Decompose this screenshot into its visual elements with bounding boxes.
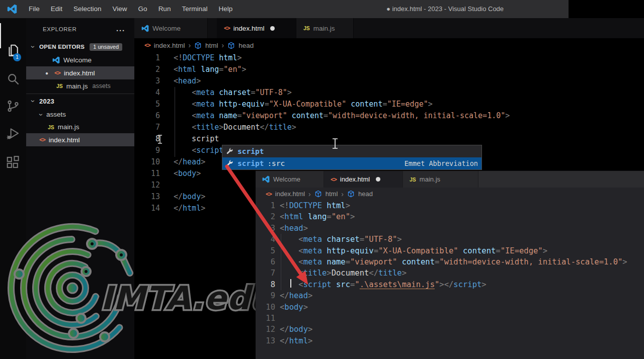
- menu-edit[interactable]: Edit: [45, 0, 68, 18]
- breadcrumb-head[interactable]: head: [358, 190, 373, 198]
- breadcrumb-separator: ›: [341, 190, 344, 198]
- tree-root-2023[interactable]: › 2023: [26, 95, 134, 107]
- code-line: 12</body>: [256, 324, 627, 335]
- symbol-cube-icon: [227, 42, 235, 49]
- breadcrumb-html[interactable]: html: [326, 190, 338, 198]
- wrench-icon: [226, 147, 234, 155]
- symbol-cube-icon: [314, 190, 322, 198]
- code-line: 7 <title>Document</title>: [134, 122, 510, 133]
- code-line: 4 <meta charset="UTF-8">: [134, 87, 510, 99]
- menu-go[interactable]: Go: [133, 0, 153, 18]
- inset-breadcrumb: <> index.html › html › head: [256, 188, 644, 200]
- js-file-icon: JS: [48, 124, 54, 130]
- tab-index-html[interactable]: <> index.html: [217, 18, 296, 38]
- code-line: 4 <meta charset="UTF-8">: [256, 234, 627, 245]
- code-line: 5 <meta http-equiv="X-UA-Compatible" con…: [256, 245, 627, 256]
- chevron-down-icon: ›: [37, 112, 45, 118]
- suggest-item-script[interactable]: script: [222, 145, 481, 157]
- sidebar-title: EXPLORER ···: [26, 22, 134, 36]
- code-line: 8 script: [134, 133, 510, 145]
- inset-tab-index-html[interactable]: <> index.html: [324, 171, 403, 188]
- tree-file-main-js[interactable]: JS main.js: [26, 121, 134, 133]
- wrench-icon: [226, 159, 234, 167]
- html-file-icon: <>: [224, 25, 230, 32]
- open-editor-index-html[interactable]: ● <> index.html: [26, 66, 134, 79]
- code-line: 1<!DOCTYPE html>: [134, 52, 510, 64]
- code-line: 7 <title>Document</title>: [256, 267, 627, 279]
- code-line: 13</html>: [256, 335, 627, 346]
- tab-welcome[interactable]: Welcome: [134, 18, 208, 38]
- active-view-indicator: [0, 23, 1, 48]
- symbol-cube-icon: [194, 42, 202, 49]
- open-editor-welcome[interactable]: Welcome: [26, 53, 134, 66]
- code-line: 2<html lang="en">: [134, 64, 510, 75]
- activity-bar: 1: [0, 18, 26, 359]
- code-line: 6 <meta name="viewport" content="width=d…: [134, 110, 510, 122]
- title-bar: File Edit Selection View Go Run Terminal…: [0, 0, 569, 18]
- menu-help[interactable]: Help: [213, 0, 238, 18]
- code-line: 2<html lang="en">: [256, 211, 627, 222]
- breadcrumb-file[interactable]: index.html: [275, 190, 305, 198]
- inset-tab-welcome[interactable]: Welcome: [256, 171, 324, 188]
- vscode-logo-icon: [141, 25, 149, 32]
- open-editor-main-js[interactable]: JS main.js assets: [26, 79, 134, 93]
- tab-main-js[interactable]: JS main.js: [296, 18, 354, 38]
- breadcrumb-file[interactable]: index.html: [154, 42, 185, 49]
- suggest-detail: Emmet Abbreviation: [405, 159, 478, 167]
- indent-guide: [175, 87, 175, 157]
- breadcrumb-separator: ›: [188, 41, 191, 49]
- menu-view[interactable]: View: [107, 0, 133, 18]
- source-control-icon[interactable]: [6, 99, 21, 114]
- menu-selection[interactable]: Selection: [68, 0, 107, 18]
- breadcrumb-separator: ›: [308, 190, 311, 198]
- modified-dot-icon: ●: [45, 70, 48, 76]
- suggest-item-script-src[interactable]: script:src Emmet Abbreviation: [222, 157, 481, 169]
- code-line: 10<body>: [256, 302, 627, 313]
- js-file-icon: JS: [56, 83, 63, 89]
- breadcrumb: <> index.html › html › head: [134, 38, 644, 52]
- html-file-icon: <>: [39, 136, 45, 143]
- tree-file-index-html[interactable]: <> index.html: [26, 133, 134, 146]
- code-line: 11: [256, 313, 627, 324]
- menu-terminal[interactable]: Terminal: [176, 0, 213, 18]
- modified-dot-icon: [270, 26, 275, 31]
- explorer-badge: 1: [13, 53, 21, 61]
- inset-code-editor[interactable]: 1<!DOCTYPE html>2<html lang="en">3<head>…: [256, 200, 627, 346]
- vscode-logo-icon: [262, 175, 270, 183]
- extensions-icon[interactable]: [6, 155, 21, 170]
- indent-guide: [281, 234, 281, 290]
- code-line: 9</head>: [256, 290, 627, 301]
- more-actions-icon[interactable]: ···: [116, 26, 125, 35]
- inset-tab-bar: Welcome <> index.html JS main.js: [256, 171, 644, 188]
- vscode-window: File Edit Selection View Go Run Terminal…: [0, 0, 644, 359]
- tree-folder-assets[interactable]: › assets: [26, 108, 134, 121]
- suggest-widget: script script:src Emmet Abbreviation: [222, 145, 482, 170]
- inset-tab-main-js[interactable]: JS main.js: [403, 171, 478, 188]
- explorer-sidebar: EXPLORER ··· › OPEN EDITORS 1 unsaved We…: [26, 18, 134, 359]
- symbol-cube-icon: [347, 190, 355, 198]
- html-file-icon: <>: [54, 69, 60, 76]
- menu-run[interactable]: Run: [153, 0, 177, 18]
- breadcrumb-separator: ›: [222, 41, 224, 49]
- js-file-icon: JS: [410, 176, 416, 183]
- editor-tab-bar: Welcome <> index.html JS main.js: [134, 18, 644, 38]
- menu-file[interactable]: File: [23, 0, 45, 18]
- section-divider: [26, 94, 134, 94]
- breadcrumb-head[interactable]: head: [238, 42, 254, 49]
- run-debug-icon[interactable]: [6, 127, 21, 142]
- search-icon[interactable]: [6, 71, 21, 86]
- unsaved-badge: 1 unsaved: [90, 43, 122, 51]
- vscode-logo-icon: [7, 4, 17, 14]
- html-file-icon: <>: [331, 176, 337, 183]
- window-title: ● index.html - 2023 - Visual Studio Code: [386, 0, 504, 18]
- code-line: 1<!DOCTYPE html>: [256, 200, 627, 211]
- chevron-down-icon: ›: [29, 98, 37, 104]
- file-folder-detail: assets: [93, 82, 111, 89]
- code-line: 3<head>: [134, 75, 510, 87]
- inset-screenshot-window: Welcome <> index.html JS main.js <> inde…: [256, 170, 644, 359]
- html-file-icon: <>: [144, 42, 150, 49]
- breadcrumb-html[interactable]: html: [205, 42, 218, 49]
- code-line: 6 <meta name="viewport" content="width=d…: [256, 256, 627, 267]
- open-editors-header[interactable]: › OPEN EDITORS 1 unsaved: [26, 40, 134, 53]
- js-file-icon: JS: [303, 25, 310, 31]
